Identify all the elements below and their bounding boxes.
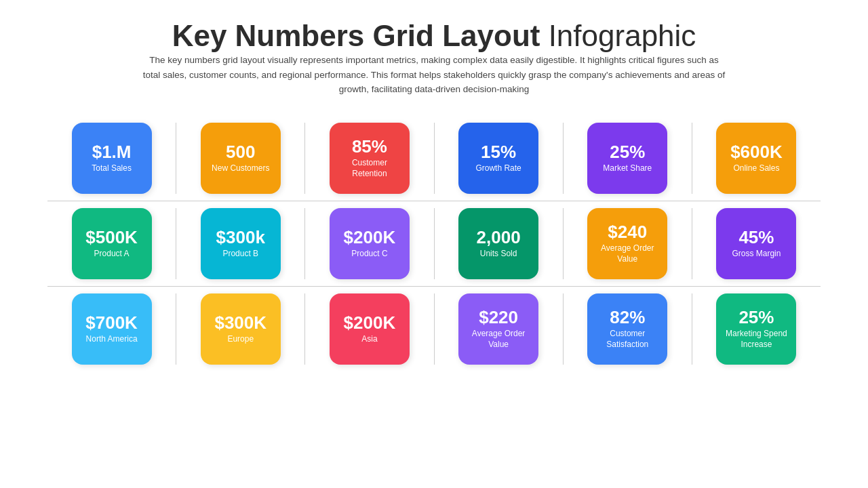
- metric-value: $1.M: [92, 142, 132, 162]
- metric-label: North America: [86, 334, 138, 345]
- metric-label: Product B: [222, 249, 258, 260]
- metric-value: $700K: [85, 313, 138, 333]
- metric-card-2-3: $220Average Order Value: [458, 293, 538, 365]
- metric-label: Average Order Value: [464, 329, 533, 350]
- metric-value: $300k: [216, 228, 265, 247]
- grid-row-0: $1.MTotal Sales500New Customers85%Custom…: [47, 116, 821, 201]
- metric-value: 82%: [610, 308, 645, 327]
- metric-card-2-5: 25%Marketing Spend Increase: [716, 293, 796, 365]
- metric-label: Customer Retention: [335, 158, 404, 179]
- grid-col-2-2: $200KAsia: [305, 293, 434, 365]
- metric-label: Growth Rate: [475, 163, 521, 174]
- metric-label: Marketing Spend Increase: [722, 329, 791, 350]
- grid-col-0-1: 500New Customers: [176, 123, 305, 194]
- metric-card-2-2: $200KAsia: [330, 293, 410, 365]
- metric-card-1-4: $240Average Order Value: [587, 208, 667, 279]
- grid-col-1-1: $300kProduct B: [176, 208, 305, 279]
- metric-label: New Customers: [212, 163, 269, 174]
- metric-value: $200K: [344, 228, 396, 247]
- metric-value: $200K: [344, 313, 396, 333]
- metric-label: Asia: [361, 334, 377, 345]
- metric-value: 25%: [738, 308, 774, 327]
- metric-card-0-1: 500New Customers: [201, 123, 281, 194]
- metric-label: Average Order Value: [593, 243, 662, 264]
- metric-value: $500K: [85, 228, 138, 247]
- title-bold: Key Numbers Grid Layout: [172, 19, 540, 52]
- grid-col-1-4: $240Average Order Value: [564, 208, 692, 279]
- grid-col-0-5: $600KOnline Sales: [692, 123, 821, 194]
- title-area: Key Numbers Grid Layout Infographic The …: [142, 19, 726, 109]
- grid-col-2-5: 25%Marketing Spend Increase: [692, 293, 821, 365]
- metric-value: $300K: [214, 313, 267, 333]
- metric-label: Customer Satisfaction: [593, 329, 662, 350]
- metric-value: 45%: [738, 228, 774, 247]
- page: Key Numbers Grid Layout Infographic The …: [0, 0, 868, 488]
- grid-row-1: $500KProduct A$300kProduct B$200KProduct…: [47, 201, 821, 287]
- metric-label: Product A: [94, 249, 130, 260]
- grid-col-1-0: $500KProduct A: [47, 208, 176, 279]
- metric-value: $220: [479, 308, 518, 327]
- metric-label: Market Share: [603, 163, 652, 174]
- title-light: Infographic: [540, 19, 696, 52]
- subtitle: The key numbers grid layout visually rep…: [142, 53, 726, 97]
- grid-col-0-2: 85%Customer Retention: [305, 123, 434, 194]
- metric-label: Units Sold: [480, 249, 517, 260]
- metric-card-1-3: 2,000Units Sold: [458, 208, 538, 279]
- metric-card-2-0: $700KNorth America: [72, 293, 152, 365]
- grid-row-2: $700KNorth America$300KEurope$200KAsia$2…: [47, 287, 821, 371]
- metric-card-1-0: $500KProduct A: [72, 208, 152, 279]
- metric-value: 25%: [610, 142, 645, 162]
- grid-col-2-1: $300KEurope: [176, 293, 305, 365]
- metric-card-0-3: 15%Growth Rate: [458, 123, 538, 194]
- metric-label: Online Sales: [733, 163, 779, 174]
- metric-card-1-2: $200KProduct C: [330, 208, 410, 279]
- metric-card-0-0: $1.MTotal Sales: [72, 123, 152, 194]
- grid-col-2-0: $700KNorth America: [47, 293, 176, 365]
- metric-value: 500: [226, 142, 255, 162]
- metric-value: 15%: [481, 142, 516, 162]
- metric-card-0-5: $600KOnline Sales: [716, 123, 796, 194]
- metric-card-0-4: 25%Market Share: [587, 123, 667, 194]
- grid-col-2-3: $220Average Order Value: [435, 293, 564, 365]
- metric-label: Gross Margin: [732, 249, 781, 260]
- metric-value: 85%: [352, 137, 387, 157]
- grid-container: $1.MTotal Sales500New Customers85%Custom…: [47, 116, 821, 371]
- metric-value: $240: [608, 222, 647, 242]
- grid-col-0-0: $1.MTotal Sales: [47, 123, 176, 194]
- metric-card-1-1: $300kProduct B: [201, 208, 281, 279]
- metric-value: 2,000: [477, 228, 521, 247]
- metric-card-2-1: $300KEurope: [201, 293, 281, 365]
- grid-col-1-5: 45%Gross Margin: [692, 208, 821, 279]
- metric-label: Europe: [227, 334, 254, 345]
- metric-label: Total Sales: [92, 163, 132, 174]
- metric-card-2-4: 82%Customer Satisfaction: [587, 293, 667, 365]
- grid-col-1-2: $200KProduct C: [305, 208, 434, 279]
- metric-label: Product C: [351, 249, 387, 260]
- grid-col-1-3: 2,000Units Sold: [435, 208, 564, 279]
- grid-col-0-3: 15%Growth Rate: [435, 123, 564, 194]
- page-title: Key Numbers Grid Layout Infographic: [142, 19, 726, 53]
- grid-col-0-4: 25%Market Share: [564, 123, 692, 194]
- metric-value: $600K: [730, 142, 783, 162]
- grid-col-2-4: 82%Customer Satisfaction: [564, 293, 692, 365]
- metric-card-0-2: 85%Customer Retention: [330, 123, 410, 194]
- metric-card-1-5: 45%Gross Margin: [716, 208, 796, 279]
